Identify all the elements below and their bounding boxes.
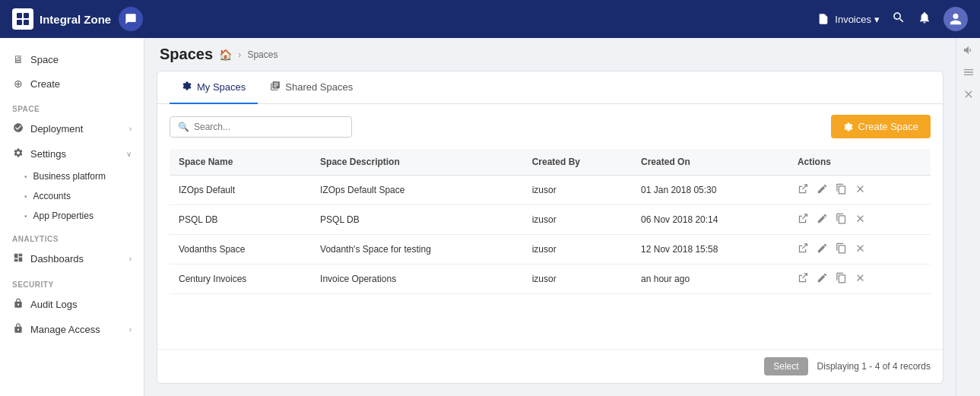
action-copy-icon[interactable] (836, 213, 847, 227)
action-delete-icon[interactable] (855, 213, 866, 227)
sidebar-label: Business platform (33, 171, 106, 182)
search-box[interactable]: 🔍 (170, 116, 352, 138)
sidebar-item-deployment[interactable]: Deployment › (0, 116, 144, 141)
cell-space-name: Vodanths Space (170, 235, 311, 265)
action-copy-icon[interactable] (836, 183, 847, 197)
home-link[interactable]: 🏠 (219, 49, 232, 61)
action-delete-icon[interactable] (855, 183, 866, 197)
arrow-icon: › (129, 255, 132, 263)
action-edit-icon[interactable] (817, 183, 828, 197)
tab-my-spaces-label: My Spaces (197, 81, 246, 93)
spaces-table: Space Name Space Description Created By … (170, 149, 931, 294)
action-copy-icon[interactable] (836, 272, 847, 286)
topnav-right: Invoices ▾ (817, 7, 968, 31)
table-row: Vodanths Space Vodanth's Space for testi… (170, 235, 931, 265)
user-avatar[interactable] (944, 7, 968, 31)
topnav: Integral Zone Invoices ▾ (0, 0, 980, 38)
chat-button[interactable] (119, 7, 143, 31)
table-row: Century Invoices Invoice Operations izus… (170, 265, 931, 294)
deployment-icon (12, 122, 24, 135)
cell-space-name: Century Invoices (170, 265, 311, 294)
sidebar-item-manage-access[interactable]: Manage Access › (0, 317, 144, 342)
my-spaces-icon (182, 81, 192, 93)
select-button[interactable]: Select (764, 357, 807, 375)
section-label-space: SPACE (0, 96, 144, 116)
dropdown-arrow: ▾ (874, 14, 880, 25)
space-icon: 🖥 (12, 53, 24, 65)
action-copy-icon[interactable] (836, 242, 847, 256)
sidebar-label: Audit Logs (30, 299, 77, 310)
cell-created-by: izusor (523, 176, 632, 205)
cell-actions (788, 265, 931, 294)
section-label-analytics: ANALYTICS (0, 226, 144, 246)
table-container: Space Name Space Description Created By … (157, 149, 943, 349)
arrow-icon: › (129, 325, 132, 334)
svg-rect-0 (17, 13, 22, 18)
tab-shared-spaces[interactable]: Shared Spaces (258, 71, 365, 104)
create-space-button[interactable]: Create Space (831, 115, 931, 138)
arrow-icon: › (129, 125, 132, 133)
cell-actions (788, 235, 931, 265)
breadcrumb: Spaces 🏠 › Spaces (144, 38, 956, 71)
col-space-name: Space Name (170, 149, 311, 176)
sidebar-item-create[interactable]: ⊕ Create (0, 71, 144, 96)
cell-created-on: an hour ago (632, 265, 788, 294)
sidebar-item-dashboards[interactable]: Dashboards › (0, 246, 144, 271)
cell-actions (788, 205, 931, 235)
sidebar-label: App Properties (33, 211, 94, 221)
action-redirect-icon[interactable] (798, 183, 809, 197)
action-redirect-icon[interactable] (798, 213, 809, 227)
action-redirect-icon[interactable] (798, 272, 809, 286)
create-icon: ⊕ (12, 78, 24, 90)
logo-icon (12, 8, 33, 30)
search-icon[interactable] (892, 11, 905, 27)
sidebar: 🖥 Space ⊕ Create SPACE Deployment › Sett… (0, 38, 144, 396)
toolbar: 🔍 Create Space (157, 104, 943, 149)
breadcrumb-path: Spaces (247, 49, 278, 60)
right-panel-icon-3[interactable] (963, 88, 975, 103)
cell-space-name: PSQL DB (170, 205, 311, 235)
sidebar-item-settings[interactable]: Settings ∨ (0, 141, 144, 166)
table-row: IZOps Default IZOps Default Space izusor… (170, 176, 931, 205)
content-card: My Spaces Shared Spaces 🔍 Create Spa (157, 71, 944, 384)
col-space-description: Space Description (311, 149, 523, 176)
search-icon: 🔍 (178, 122, 189, 132)
sidebar-label: Settings (30, 148, 66, 160)
svg-rect-1 (24, 13, 29, 18)
sidebar-item-business-platform[interactable]: Business platform (0, 166, 144, 186)
action-edit-icon[interactable] (817, 213, 828, 227)
sidebar-label: Accounts (33, 191, 71, 201)
cell-actions (788, 176, 931, 205)
topnav-left: Integral Zone (12, 7, 143, 31)
svg-rect-2 (17, 20, 22, 25)
audit-logs-icon (12, 298, 24, 311)
tab-my-spaces[interactable]: My Spaces (170, 71, 258, 104)
col-created-on: Created On (632, 149, 788, 176)
page-title: Spaces (160, 46, 213, 63)
invoices-label: Invoices (835, 14, 871, 25)
table-header-row: Space Name Space Description Created By … (170, 149, 931, 176)
sidebar-item-audit-logs[interactable]: Audit Logs (0, 292, 144, 317)
app-logo: Integral Zone (12, 8, 111, 30)
sidebar-label: Deployment (30, 123, 83, 135)
right-panel-icon-1[interactable] (963, 44, 975, 59)
action-edit-icon[interactable] (817, 242, 828, 256)
sidebar-item-app-properties[interactable]: App Properties (0, 206, 144, 226)
sidebar-label: Dashboards (30, 253, 84, 265)
invoices-dropdown[interactable]: Invoices ▾ (817, 13, 880, 25)
action-delete-icon[interactable] (855, 242, 866, 256)
action-edit-icon[interactable] (817, 272, 828, 286)
svg-rect-3 (24, 20, 29, 25)
cell-space-description: PSQL DB (311, 205, 523, 235)
right-panel-icon-2[interactable] (963, 66, 975, 81)
search-input[interactable] (194, 122, 344, 132)
action-redirect-icon[interactable] (798, 242, 809, 256)
sidebar-item-space[interactable]: 🖥 Space (0, 47, 144, 71)
sidebar-item-label: Create (30, 78, 60, 90)
sidebar-label: Manage Access (30, 324, 100, 335)
sidebar-item-accounts[interactable]: Accounts (0, 186, 144, 206)
notifications-icon[interactable] (918, 11, 931, 27)
cell-space-description: IZOps Default Space (311, 176, 523, 205)
records-info: Displaying 1 - 4 of 4 records (817, 361, 931, 372)
action-delete-icon[interactable] (855, 272, 866, 286)
